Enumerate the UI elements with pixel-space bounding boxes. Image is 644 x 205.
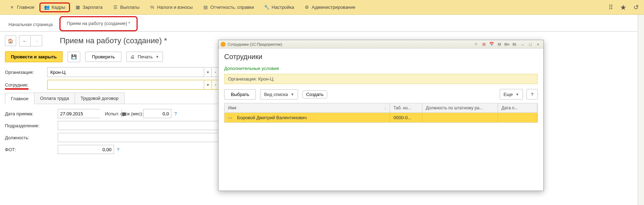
tb-minimize-button[interactable]: – (519, 41, 526, 47)
emp-label: Сотрудник: (5, 82, 47, 88)
tab-hiring[interactable]: Прием на работу (создание) * (59, 16, 138, 31)
pos-label: Должность: (5, 135, 58, 140)
org-input-wrap: ▾ ▫ (47, 67, 220, 77)
menu-otchet[interactable]: ▤ Отчетность, справки (198, 2, 259, 12)
extra-conditions-link[interactable]: Дополнительные условия (224, 66, 538, 71)
tb-mminus-button[interactable]: M- (512, 41, 518, 47)
apps-icon[interactable]: ⠿ (607, 4, 614, 11)
top-menu-right: ⠿ ★ ↺ (607, 4, 640, 11)
help-button[interactable]: ? (526, 89, 538, 100)
menu-nalogi-label: Налоги и взносы (157, 5, 192, 10)
table-header: Имя ↓ Таб. но... Должность по штатному р… (225, 103, 537, 113)
hire-date-field: ▦ (58, 109, 100, 118)
row-organization: Организация: ▾ ▫ (5, 67, 220, 77)
table-icon: ▦ (75, 5, 81, 10)
tb-maximize-button[interactable]: □ (527, 41, 533, 47)
col-tabnum[interactable]: Таб. но... (390, 103, 422, 113)
employees-dialog: Сотрудники (1С:Предприятие) ☆ ▦ 📅 M M+ M… (218, 40, 544, 191)
menu-kadry[interactable]: 👥 Кадры (39, 2, 70, 12)
chevron-down-icon: ▼ (291, 92, 294, 96)
list-view-button[interactable]: Вид списка ▼ (260, 89, 298, 100)
employees-table: Имя ↓ Таб. но... Должность по штатному р… (224, 103, 538, 123)
back-button[interactable]: ← (19, 36, 31, 46)
col-date[interactable]: Дата п... (498, 103, 537, 113)
menu-vyplaty[interactable]: ☰ Выплаты (108, 2, 145, 12)
org-input[interactable] (48, 68, 204, 77)
cell-position (422, 113, 498, 122)
col-position[interactable]: Должность по штатному ра... (422, 103, 498, 113)
cell-date (498, 113, 537, 122)
history-icon[interactable]: ↺ (632, 4, 640, 11)
row-icon: ▭ (228, 115, 232, 120)
menu-admin[interactable]: ⚙ Администрирование (299, 2, 360, 12)
forward-button[interactable]: → (31, 36, 42, 46)
menu-kadry-label: Кадры (52, 5, 65, 10)
tb-mplus-button[interactable]: M+ (504, 41, 510, 47)
menu-nalogi[interactable]: % Налоги и взносы (144, 2, 197, 12)
menu-zarplata[interactable]: ▦ Зарплата (70, 2, 108, 12)
cell-name: ▭ Боровой Дмитрий Валентинович (225, 113, 390, 122)
select-button[interactable]: Выбрать (224, 89, 256, 100)
nav-buttons: 🏠 ← → (5, 35, 42, 46)
pos-input[interactable] (58, 133, 220, 142)
dept-input[interactable] (58, 121, 220, 130)
page-title: Прием на работу (создание) * (60, 36, 167, 45)
org-dropdown-button[interactable]: ▾ (204, 68, 211, 77)
dialog-org-filter: Организация: Крон-Ц (224, 74, 538, 84)
payments-icon: ☰ (113, 5, 118, 10)
fot-label: ФОТ: (5, 147, 58, 152)
menu-otchet-label: Отчетность, справки (210, 5, 254, 10)
tab-payment[interactable]: Оплата труда (34, 92, 75, 104)
home-button[interactable]: 🏠 (5, 36, 16, 46)
menu-hamburger[interactable]: ≡ Главное (4, 2, 39, 12)
emp-label-text: Сотрудник: (5, 82, 29, 90)
fot-help[interactable]: ? (117, 147, 119, 152)
fot-input[interactable] (58, 145, 114, 154)
dialog-actions: Выбрать Вид списка ▼ Создать Еще ▼ ? (224, 89, 538, 100)
tab-home[interactable]: Начальная страница (2, 18, 59, 31)
dept-label: Подразделение: (5, 123, 58, 128)
tab-main[interactable]: Главное (5, 93, 34, 104)
percent-icon: % (149, 5, 155, 10)
row-fot: ФОТ: ? (5, 145, 220, 154)
dialog-body: Сотрудники Дополнительные условия Органи… (219, 49, 543, 127)
emp-input-wrap: ▾ ▫ (47, 80, 220, 90)
dialog-titlebar-text: Сотрудники (1С:Предприятие) (228, 42, 282, 46)
menu-main-label: Главное (17, 5, 34, 10)
tb-calc-icon[interactable]: ▦ (481, 41, 487, 47)
dialog-titlebar[interactable]: Сотрудники (1С:Предприятие) ☆ ▦ 📅 M M+ M… (219, 40, 543, 49)
print-button[interactable]: 🖨 Печать ▼ (126, 52, 163, 62)
menu-admin-label: Администрирование (312, 5, 355, 10)
menu-nastroika[interactable]: 🔧 Настройка (259, 2, 299, 12)
create-button[interactable]: Создать (302, 90, 327, 98)
col-name-label: Имя (228, 105, 236, 110)
probation-input[interactable] (143, 109, 171, 118)
menu-nastroika-label: Настройка (272, 5, 294, 10)
tb-cal-icon[interactable]: 📅 (488, 41, 495, 47)
row-position: Должность: (5, 133, 220, 142)
probation-help[interactable]: ? (174, 111, 177, 116)
report-icon: ▤ (203, 5, 208, 10)
tb-m-button[interactable]: M (496, 41, 503, 47)
wrench-icon: 🔧 (264, 5, 270, 10)
star-icon[interactable]: ★ (619, 4, 627, 11)
tab-contract[interactable]: Трудовой договор (75, 92, 125, 104)
cell-tabnum: 0000-0... (390, 113, 422, 122)
open-tabs-bar: Начальная страница Прием на работу (созд… (0, 15, 644, 32)
app-1c-icon (221, 42, 226, 47)
save-icon: 💾 (71, 54, 77, 59)
save-button[interactable]: 💾 (68, 52, 80, 62)
tb-star-icon[interactable]: ☆ (473, 41, 479, 47)
more-button[interactable]: Еще ▼ (500, 89, 523, 100)
emp-dropdown-button[interactable]: ▾ (204, 80, 211, 89)
col-name[interactable]: Имя ↓ (225, 103, 390, 113)
tb-close-button[interactable]: × (535, 41, 541, 47)
post-and-close-button[interactable]: Провести и закрыть (5, 51, 63, 62)
print-label: Печать (138, 54, 153, 59)
check-button[interactable]: Проверить (85, 52, 121, 62)
hire-date-label: Дата приема: (5, 111, 58, 116)
table-row[interactable]: ▭ Боровой Дмитрий Валентинович 0000-0... (225, 113, 537, 122)
emp-input[interactable] (48, 80, 204, 89)
menu-vyplaty-label: Выплаты (120, 5, 140, 10)
top-menu-bar: ≡ Главное 👥 Кадры ▦ Зарплата ☰ Выплаты %… (0, 0, 644, 15)
